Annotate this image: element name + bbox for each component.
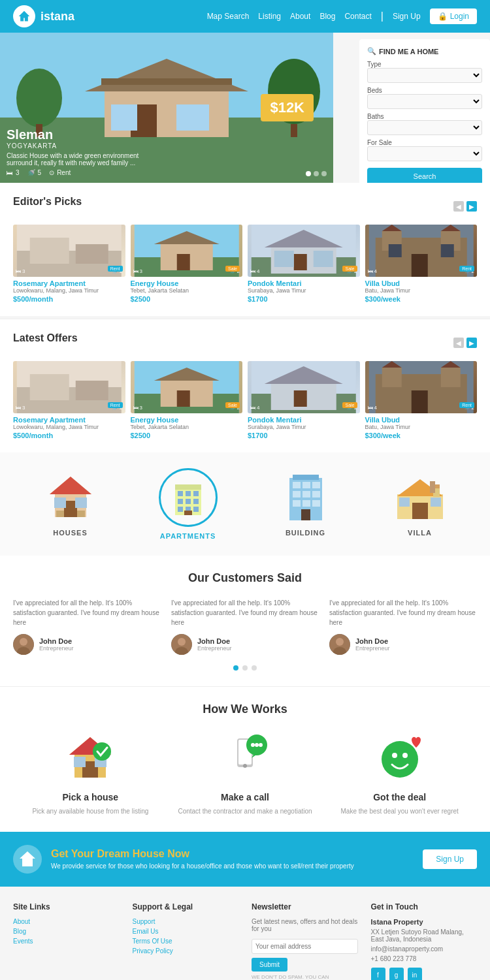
property-loc-2: Tebet, Jakarta Selatan [131,287,243,294]
category-houses[interactable]: HOUSES [44,471,97,537]
facebook-icon[interactable]: f [371,968,385,980]
author-role-2: Entrepreneur [197,645,232,652]
svg-point-2 [16,69,62,127]
type-badge-2: Sale [225,266,240,272]
testimonial-text-2: I've appreciated for all the help. It's … [171,598,319,627]
hero-dot-2[interactable] [314,171,319,176]
search-button[interactable]: Search [367,168,482,183]
svg-rect-69 [193,491,199,496]
latest-name-4: Villa Ubud [365,416,478,424]
google-icon[interactable]: g [389,968,404,980]
forsale-field: For Sale [367,139,482,161]
nav-map-search[interactable]: Map Search [207,12,250,21]
svg-point-114 [243,764,247,768]
linkedin-icon[interactable]: in [408,968,422,980]
newsletter-input[interactable] [252,939,358,954]
beds-select[interactable] [367,94,482,109]
property-card-2[interactable]: 🛏 3 🚿 2 Sale Energy House Tebet, Jakarta… [131,225,243,303]
svg-rect-109 [74,757,86,767]
property-badge-2: 🛏 3 🚿 2 Sale [131,268,243,274]
svg-point-116 [251,743,255,747]
cta-section: Get Your Dream House Now We provide serv… [0,832,490,887]
beds-count: 3 [16,169,20,176]
step2-desc: Contact the contractor and make a negoti… [174,806,316,816]
svg-rect-5 [291,124,297,137]
svg-point-122 [402,753,408,758]
nav-about[interactable]: About [290,12,310,21]
latest-badge-3: 🛏 4 🚿 2 Sale [248,405,360,411]
nav-contact[interactable]: Contact [344,12,371,21]
author-role-1: Entrepreneur [39,645,74,652]
author-name-1: John Doe [39,637,74,645]
footer-blog[interactable]: Blog [13,928,120,935]
baths-select[interactable] [367,120,482,135]
newsletter-submit[interactable]: Submit [252,958,287,972]
t-dot-1[interactable] [233,665,238,671]
svg-rect-63 [56,511,64,517]
hero-price: $12K [261,94,314,121]
svg-rect-36 [440,244,453,257]
category-apartments[interactable]: APARTMENTS [159,468,218,540]
how-works-section: How We Works Pick a house Pick any avail… [0,686,490,832]
forsale-select[interactable] [367,146,482,161]
latest-badge-4: 🛏 4 🚿 2 Rent [365,405,478,411]
cta-signup-button[interactable]: Sign Up [423,849,477,869]
category-villa[interactable]: VILLA [394,471,446,537]
svg-rect-76 [184,511,192,515]
how-step-2: Make a call Contact the contractor and m… [168,732,323,816]
property-card-4[interactable]: 🛏 4 🚿 2 Rent Villa Ubud Batu, Jawa Timur… [365,225,478,303]
hero-dot-1[interactable] [306,171,311,176]
editors-prev-arrow[interactable]: ◀ [453,201,464,212]
svg-rect-75 [193,507,199,512]
categories-section: HOUSES [0,452,490,556]
latest-card-4[interactable]: 🛏 4 🚿 2 Rent Villa Ubud Batu, Jawa Timur… [365,361,478,439]
apartments-circle [159,468,218,527]
latest-prev-arrow[interactable]: ◀ [453,338,464,348]
baths-field: Baths [367,113,482,135]
footer-terms[interactable]: Terms Of Use [133,938,239,945]
nav-blog[interactable]: Blog [319,12,335,21]
got-deal-svg [374,732,426,784]
hero-dot-3[interactable] [321,171,327,176]
property-card-1[interactable]: 🛏 3 🚿 2 Rent Rosemary Apartment Lowokwar… [13,225,125,303]
company-phone: +1 680 223 778 [371,955,478,962]
footer-privacy[interactable]: Privacy Policy [133,947,239,955]
baths-label: Baths [367,113,482,120]
svg-point-104 [336,638,344,646]
footer-about[interactable]: About [13,918,120,925]
svg-rect-67 [178,491,183,496]
latest-next-arrow[interactable]: ▶ [466,338,477,348]
svg-rect-26 [274,251,294,267]
step1-desc: Pick any available house from the listin… [20,806,161,816]
forsale-label: For Sale [367,139,482,146]
latest-card-3[interactable]: 🛏 4 🚿 2 Sale Pondok Mentari Surabaya, Ja… [248,361,360,439]
footer-events[interactable]: Events [13,938,120,945]
type-badge-3: Sale [342,266,357,272]
editors-next-arrow[interactable]: ▶ [466,201,477,212]
houses-svg [44,471,97,524]
make-call-svg [219,732,271,784]
latest-card-2[interactable]: 🛏 3 🚿 2 Sale Energy House Tebet, Jakarta… [131,361,243,439]
hero-image: Sleman YOGYAKARTA Classic House with a w… [0,33,333,183]
svg-rect-64 [77,511,85,517]
svg-rect-81 [312,482,320,488]
nav-listing[interactable]: Listing [258,12,281,21]
author-info-2: John Doe Entrepreneur [197,637,232,652]
footer-support-link[interactable]: Support [133,918,239,925]
t-dot-3[interactable] [252,665,257,671]
svg-rect-88 [301,509,310,520]
nav-signup[interactable]: Sign Up [393,12,421,21]
latest-card-1[interactable]: 🛏 3 🚿 2 Rent Rosemary Apartment Lowokwar… [13,361,125,439]
latest-name-3: Pondok Mentari [248,416,360,424]
type-label: Type [367,61,482,68]
type-select[interactable] [367,68,482,83]
footer-email-us[interactable]: Email Us [133,928,239,935]
newsletter-title: Newsletter [252,902,358,911]
logo[interactable]: istana [13,5,74,27]
t-dot-2[interactable] [242,665,248,671]
category-building[interactable]: BUILDING [280,471,332,537]
property-card-3[interactable]: 🛏 4 🚿 2 Sale Pondok Mentari Surabaya, Ja… [248,225,360,303]
login-button[interactable]: 🔒 Login [430,8,477,24]
cta-desc: We provide service for those who looking… [51,861,354,871]
svg-point-117 [255,743,259,747]
